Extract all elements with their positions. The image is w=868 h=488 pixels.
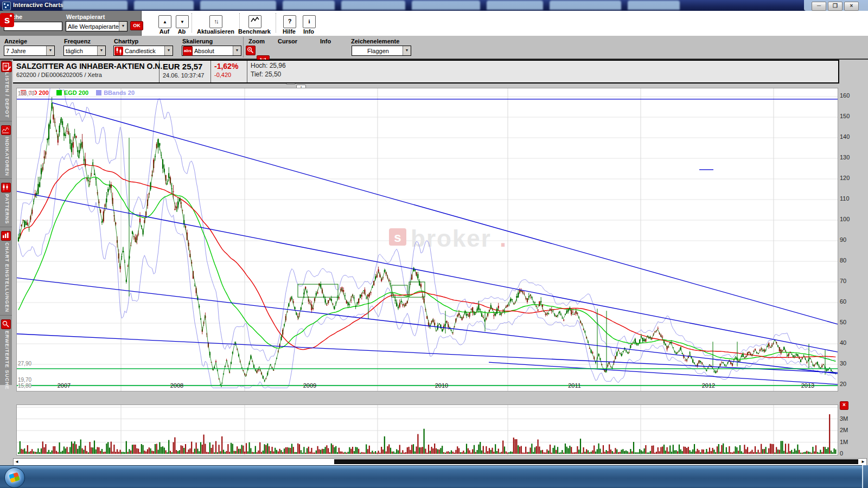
svg-text:2013: 2013 [801, 382, 814, 389]
hilfe-label: Hilfe [279, 28, 299, 35]
chevron-down-icon[interactable]: ▼ [46, 46, 54, 55]
anzeige-value: 7 Jahre [4, 48, 46, 54]
background-tab [62, 1, 127, 10]
price-level-label: 27,90 [18, 361, 31, 367]
frequenz-select[interactable]: täglich ▼ [63, 46, 106, 56]
aktualisieren-label: Aktualisieren [193, 28, 239, 35]
sparkasse-s-icon: s [0, 13, 14, 27]
instrument-name: SALZGITTER AG INHABER-AKTIEN O.N. [16, 62, 155, 70]
info-button[interactable]: i [303, 15, 316, 28]
restore-button[interactable]: ❐ [828, 2, 843, 11]
chart-settings-icon [1, 231, 11, 241]
chevron-down-icon[interactable]: ▼ [164, 46, 173, 55]
benchmark-button[interactable] [248, 15, 261, 28]
chevron-down-icon[interactable]: ▼ [119, 22, 127, 31]
auf-button[interactable]: ▲ [158, 15, 171, 28]
indicators-icon [1, 125, 11, 135]
legend-item: EGD 200 [56, 89, 88, 96]
scrollbar-thumb[interactable] [334, 459, 858, 464]
volume-axis-tick: 0 [840, 450, 843, 457]
skalierung-label: Skalierung [182, 38, 213, 44]
price-level-label: 19,70 [18, 377, 31, 383]
wertpapierart-value: Alle Wertpapierarten [66, 23, 119, 30]
y-axis-tick: 130 [840, 154, 850, 160]
question-icon: ? [288, 18, 292, 24]
zoom-label: Zoom [248, 38, 265, 44]
quote-bar: SALZGITTER AG INHABER-AKTIEN O.N. 620200… [13, 60, 839, 84]
ab-button[interactable]: ▼ [176, 15, 189, 28]
y-axis-tick: 100 [840, 216, 850, 222]
price-chart[interactable]: sbroker.2007200820092010201120122013 [16, 88, 838, 391]
ab-label: Ab [171, 28, 192, 35]
anzeige-select[interactable]: 7 Jahre ▼ [4, 46, 55, 56]
window-title: Interactive Charts [13, 2, 63, 8]
svg-text:2012: 2012 [702, 382, 715, 389]
legend-swatch [96, 90, 101, 95]
info-label: Info [298, 28, 319, 35]
y-axis-tick: 50 [840, 319, 846, 325]
close-button[interactable]: × [844, 2, 859, 11]
chart-horizontal-scrollbar[interactable]: ◄ ► [13, 458, 867, 466]
volume-chart[interactable] [16, 404, 838, 455]
background-tab [412, 1, 480, 10]
svg-text:2010: 2010 [435, 382, 448, 389]
line-chart-icon [251, 16, 259, 23]
cursor-label: Cursor [278, 38, 297, 44]
background-tab [628, 1, 680, 10]
sidebar-label: LISTEN / DEPOT [2, 72, 10, 118]
candlestick-icon [114, 47, 123, 55]
chart-legend: GD 200EGD 200BBands 20 [21, 89, 135, 96]
scroll-right-icon[interactable]: ► [861, 459, 865, 465]
chevron-down-icon[interactable]: ▼ [233, 46, 241, 55]
magnifier-plus-icon [246, 46, 255, 55]
y-axis-tick: 120 [840, 175, 850, 181]
chevron-down-icon[interactable]: ▼ [403, 46, 411, 55]
y-axis-tick: 60 [840, 298, 846, 305]
main-toolbar: Suche Wertpapierart Alle Wertpapierarten… [0, 11, 868, 36]
change-absolute: -0,420 [214, 72, 242, 78]
svg-text:2008: 2008 [170, 382, 183, 389]
zoom-in-button[interactable] [246, 46, 256, 55]
y-axis-tick: 80 [840, 257, 846, 264]
volume-axis-tick: 3M [840, 415, 848, 422]
arrow-up-icon: ▲ [163, 20, 167, 24]
title-bar: Interactive Charts ─ ❐ × [0, 0, 868, 11]
refresh-button[interactable]: ↑↓ [209, 15, 222, 28]
sidebar-item-patterns[interactable]: PATTERNS [0, 183, 12, 227]
charttyp-select[interactable]: Candlestick ▼ [113, 46, 173, 56]
scroll-left-icon[interactable]: ◄ [15, 459, 19, 465]
skalierung-select[interactable]: abs Absolut ▼ [182, 46, 241, 56]
minimize-button[interactable]: ─ [812, 2, 826, 11]
wertpapierart-select[interactable]: Alle Wertpapierarten ▼ [66, 21, 127, 31]
sidebar-label: ERWEITERTE SUCHE [2, 331, 10, 390]
y-axis-tick: 70 [840, 278, 846, 284]
ok-button[interactable]: OK [130, 21, 143, 30]
refresh-icon: ↑↓ [214, 18, 218, 24]
legend-label: EGD 200 [64, 89, 88, 96]
help-button[interactable]: ? [283, 15, 296, 28]
background-tab [341, 1, 405, 10]
y-axis-tick: 30 [840, 360, 846, 367]
background-tab [200, 1, 276, 10]
show-desktop-button[interactable] [862, 465, 868, 488]
sidebar-item-chart-einstellungen[interactable]: CHART EINSTELLUNGEN [0, 231, 12, 316]
y-axis-tick: 160 [840, 92, 850, 99]
quote-range-cell: Hoch: 25,96 Tief: 25,50 [247, 61, 320, 82]
charttyp-value: Candlestick [123, 48, 164, 54]
price-value: EUR 25,57 [163, 62, 206, 71]
chevron-down-icon[interactable]: ▼ [97, 46, 105, 55]
zeichenelemente-select[interactable]: Flaggen ▼ [352, 46, 411, 56]
y-axis-tick: 150 [840, 113, 850, 119]
info-section-label: Info [320, 38, 331, 44]
sidebar-item-indikatoren[interactable]: INDIKATOREN [0, 125, 12, 179]
quote-sheet-icon [1, 61, 12, 72]
quote-name-cell: SALZGITTER AG INHABER-AKTIEN O.N. 620200… [13, 61, 159, 82]
volume-axis-tick: 1M [840, 439, 848, 445]
sidebar-item-erweiterte-suche[interactable]: ERWEITERTE SUCHE [0, 319, 12, 393]
background-tab [550, 1, 621, 10]
volume-close-button[interactable]: × [840, 401, 848, 410]
start-button[interactable] [4, 467, 25, 488]
search-icon [1, 319, 11, 329]
charttyp-label: Charttyp [114, 38, 138, 44]
price-time: 24.06. 10:37:47 [163, 72, 206, 79]
